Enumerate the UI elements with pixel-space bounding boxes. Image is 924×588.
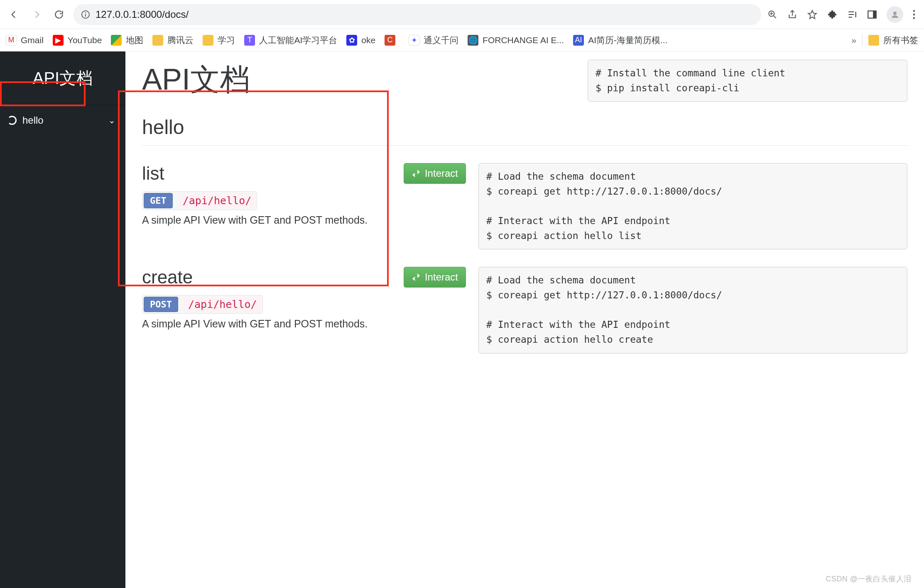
divider <box>862 34 863 46</box>
example-codebox: # Load the schema document $ coreapi get… <box>478 267 907 353</box>
svg-point-6 <box>893 12 897 15</box>
baidu-icon: ✿ <box>346 35 357 46</box>
share-icon[interactable] <box>787 9 798 20</box>
endpoint-create: create Interact POST /api/hello/ A simpl… <box>142 267 907 353</box>
bookmark-oke[interactable]: ✿oke <box>346 35 375 46</box>
svg-point-1 <box>85 12 86 13</box>
maps-icon <box>111 35 122 46</box>
loading-ring-icon <box>7 116 17 125</box>
ai-icon: T <box>244 35 255 46</box>
folder-icon <box>152 35 163 46</box>
endpoint-description: A simple API View with GET and POST meth… <box>142 214 466 226</box>
address-bar[interactable]: 127.0.0.1:8000/docs/ <box>73 4 761 25</box>
bookmark-bar: MGmail ▶YouTube 地图 腾讯云 学习 T人工智能AI学习平台 ✿o… <box>0 29 924 51</box>
back-button[interactable] <box>6 6 22 23</box>
star-icon[interactable] <box>807 9 818 20</box>
extensions-icon[interactable] <box>827 9 838 20</box>
page: API文档 hello ⌄ API文档 # Install the comman… <box>0 51 924 588</box>
install-codebox: # Install the command line client $ pip … <box>588 60 907 102</box>
page-title: API文档 <box>142 60 250 100</box>
folder-icon <box>203 35 213 46</box>
bookmark-c[interactable]: C <box>385 35 400 46</box>
c-icon: C <box>385 35 395 46</box>
ai2-icon: AI <box>573 35 584 46</box>
toolbar-right <box>767 6 918 23</box>
menu-icon[interactable] <box>912 9 916 20</box>
bookmark-overflow[interactable]: » <box>851 35 856 45</box>
reading-list-icon[interactable] <box>847 9 858 20</box>
folder-icon <box>868 35 879 46</box>
endpoint-list: list Interact GET /api/hello/ A simple A… <box>142 163 907 249</box>
svg-rect-5 <box>873 11 876 18</box>
sidebar-title: API文档 <box>0 51 125 105</box>
profile-button[interactable] <box>887 6 903 23</box>
svg-point-7 <box>913 10 915 12</box>
bookmark-folder-study[interactable]: 学习 <box>203 34 235 46</box>
interact-arrows-icon <box>412 169 421 178</box>
sidebar-item-hello[interactable]: hello ⌄ <box>0 105 125 135</box>
sidebar-item-label: hello <box>22 115 103 126</box>
globe-icon: 🌐 <box>468 35 478 46</box>
sidebar: API文档 hello ⌄ <box>0 51 125 588</box>
youtube-icon: ▶ <box>53 35 64 46</box>
svg-rect-2 <box>85 14 86 17</box>
bookmark-maps[interactable]: 地图 <box>111 34 143 46</box>
bookmark-youtube[interactable]: ▶YouTube <box>53 35 102 46</box>
bookmark-folder-tencent[interactable]: 腾讯云 <box>152 34 194 46</box>
bookmark-ai-resume[interactable]: AIAI简历-海量简历模... <box>573 34 667 46</box>
http-method: POST <box>144 297 178 312</box>
method-path: GET /api/hello/ <box>142 191 257 210</box>
section-title: hello <box>142 116 907 146</box>
api-path: /api/hello/ <box>179 193 256 208</box>
bookmark-qwen[interactable]: ✦通义千问 <box>409 34 458 46</box>
svg-point-8 <box>913 13 915 15</box>
bookmark-gmail[interactable]: MGmail <box>6 35 44 46</box>
main-content: API文档 # Install the command line client … <box>125 51 924 588</box>
svg-point-9 <box>913 17 915 19</box>
bookmark-ai-platform[interactable]: T人工智能AI学习平台 <box>244 34 337 46</box>
interact-arrows-icon <box>412 273 421 281</box>
bookmark-forchange[interactable]: 🌐FORCHANGE AI E... <box>468 35 564 46</box>
example-codebox: # Load the schema document $ coreapi get… <box>478 163 907 249</box>
qwen-icon: ✦ <box>409 35 419 46</box>
api-path: /api/hello/ <box>184 297 261 312</box>
zoom-icon[interactable] <box>767 9 778 20</box>
all-bookmarks[interactable]: 所有书签 <box>868 34 918 46</box>
reload-button[interactable] <box>51 6 67 23</box>
forward-button[interactable] <box>28 6 45 23</box>
chevron-down-icon: ⌄ <box>108 115 115 125</box>
http-method: GET <box>144 193 173 208</box>
interact-button[interactable]: Interact <box>404 163 466 184</box>
interact-button[interactable]: Interact <box>404 267 466 288</box>
gmail-icon: M <box>6 35 17 46</box>
browser-toolbar: 127.0.0.1:8000/docs/ <box>0 0 924 29</box>
endpoint-name: list <box>142 163 164 184</box>
section-hello: hello list Interact GET /api/hello/ <box>142 116 907 353</box>
url-text: 127.0.0.1:8000/docs/ <box>96 9 189 20</box>
side-panel-icon[interactable] <box>867 9 877 20</box>
watermark: CSDN @一夜白头催人泪 <box>826 574 912 584</box>
endpoint-name: create <box>142 267 193 288</box>
site-info-icon[interactable] <box>81 10 91 20</box>
method-path: POST /api/hello/ <box>142 295 263 314</box>
endpoint-description: A simple API View with GET and POST meth… <box>142 318 466 330</box>
